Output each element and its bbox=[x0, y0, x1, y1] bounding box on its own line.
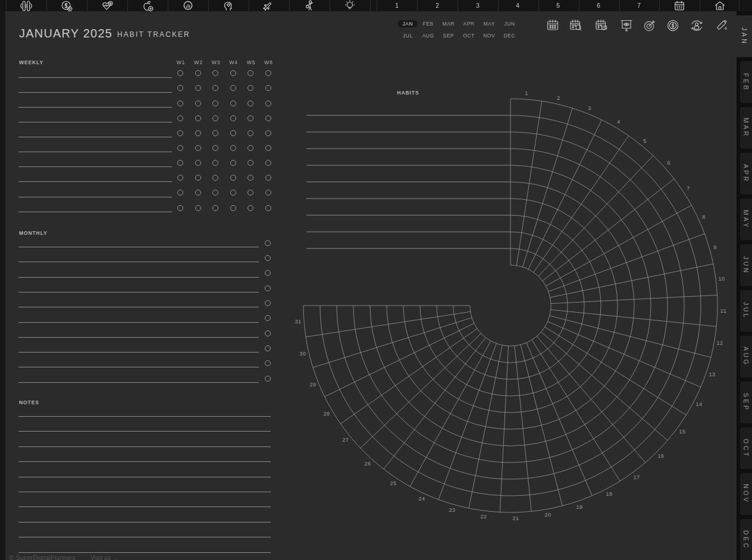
svg-text:31: 31 bbox=[294, 319, 301, 325]
svg-text:15: 15 bbox=[679, 429, 685, 435]
svg-text:22: 22 bbox=[480, 514, 487, 520]
svg-text:21: 21 bbox=[512, 515, 519, 521]
svg-text:2: 2 bbox=[557, 95, 560, 101]
svg-text:7: 7 bbox=[687, 185, 690, 191]
svg-text:19: 19 bbox=[576, 504, 582, 510]
svg-text:14: 14 bbox=[695, 401, 702, 407]
svg-text:27: 27 bbox=[342, 437, 349, 443]
svg-text:29: 29 bbox=[309, 382, 316, 388]
svg-text:24: 24 bbox=[418, 496, 425, 502]
svg-text:23: 23 bbox=[449, 507, 455, 513]
svg-text:8: 8 bbox=[702, 214, 706, 220]
svg-text:26: 26 bbox=[364, 461, 371, 467]
svg-text:1: 1 bbox=[525, 90, 528, 96]
svg-text:28: 28 bbox=[323, 411, 330, 417]
svg-text:11: 11 bbox=[720, 308, 726, 314]
svg-text:16: 16 bbox=[657, 453, 664, 459]
svg-text:HABITS: HABITS bbox=[397, 90, 419, 96]
svg-text:10: 10 bbox=[718, 276, 725, 282]
svg-text:25: 25 bbox=[390, 480, 396, 486]
svg-text:3: 3 bbox=[588, 105, 591, 111]
svg-text:4: 4 bbox=[617, 119, 621, 125]
svg-text:13: 13 bbox=[709, 372, 715, 377]
svg-text:6: 6 bbox=[667, 160, 670, 166]
svg-text:12: 12 bbox=[716, 340, 723, 346]
svg-text:17: 17 bbox=[633, 474, 640, 480]
svg-text:30: 30 bbox=[299, 351, 306, 357]
svg-text:5: 5 bbox=[643, 138, 647, 144]
svg-text:9: 9 bbox=[713, 244, 717, 250]
svg-text:18: 18 bbox=[606, 491, 612, 497]
svg-text:20: 20 bbox=[544, 512, 551, 518]
